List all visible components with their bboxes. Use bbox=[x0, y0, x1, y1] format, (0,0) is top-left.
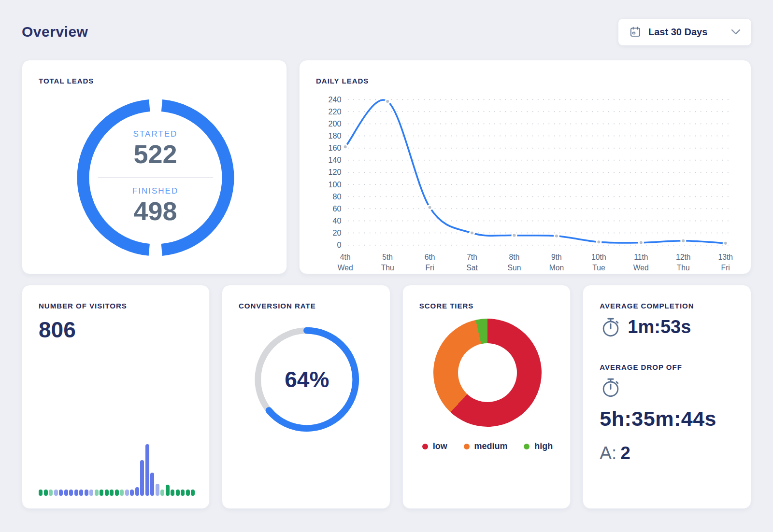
visitor-bar bbox=[54, 490, 58, 496]
avg-completion-row: 1m:53s bbox=[600, 316, 736, 338]
svg-text:40: 40 bbox=[333, 216, 342, 225]
visitors-bar-chart bbox=[39, 442, 195, 496]
avg-dropoff-icon-row bbox=[600, 376, 736, 400]
visitor-bar bbox=[125, 490, 129, 496]
conversion-card: CONVERSION RATE 64% bbox=[222, 285, 390, 509]
visitor-bar bbox=[39, 490, 43, 496]
total-leads-card: TOTAL LEADS STARTED 522 FINISHED 498 bbox=[22, 60, 287, 274]
visitor-bar bbox=[160, 490, 164, 496]
score-tiers-card: SCORE TIERS low medium high bbox=[402, 285, 571, 509]
calendar-icon bbox=[629, 26, 642, 38]
svg-text:10th: 10th bbox=[591, 253, 606, 261]
visitor-bar bbox=[44, 490, 48, 496]
svg-text:120: 120 bbox=[329, 168, 342, 176]
conversion-value: 64% bbox=[285, 366, 329, 392]
visitor-bar bbox=[156, 484, 159, 496]
visitor-bar bbox=[79, 490, 83, 496]
daily-leads-card: DAILY LEADS 0204060801001201401601802002… bbox=[299, 60, 751, 274]
legend-dot bbox=[422, 444, 428, 449]
svg-text:Sat: Sat bbox=[466, 264, 478, 272]
svg-text:13th: 13th bbox=[718, 253, 732, 261]
conversion-title: CONVERSION RATE bbox=[239, 302, 375, 310]
visitor-bar bbox=[115, 490, 119, 496]
legend-label: low bbox=[433, 441, 447, 451]
a-metric-label: A: bbox=[600, 443, 616, 463]
svg-text:7th: 7th bbox=[467, 253, 477, 261]
svg-text:220: 220 bbox=[329, 107, 342, 116]
svg-text:80: 80 bbox=[333, 192, 342, 201]
svg-text:60: 60 bbox=[333, 204, 342, 213]
svg-text:Tue: Tue bbox=[592, 264, 605, 272]
svg-text:Wed: Wed bbox=[338, 264, 353, 272]
visitor-bar bbox=[120, 490, 124, 496]
total-leads-title: TOTAL LEADS bbox=[39, 77, 272, 85]
svg-text:9th: 9th bbox=[551, 253, 562, 261]
svg-text:240: 240 bbox=[329, 95, 342, 104]
visitor-bar bbox=[100, 490, 103, 496]
svg-text:12th: 12th bbox=[676, 253, 690, 261]
svg-text:140: 140 bbox=[329, 155, 342, 164]
chevron-down-icon bbox=[731, 29, 741, 35]
donut-hole bbox=[458, 343, 517, 402]
svg-text:180: 180 bbox=[329, 131, 342, 140]
svg-text:200: 200 bbox=[329, 119, 342, 128]
total-leads-ring-chart: STARTED 522 FINISHED 498 bbox=[69, 91, 243, 265]
date-range-dropdown[interactable]: Last 30 Days bbox=[618, 19, 751, 45]
finished-label: FINISHED bbox=[132, 186, 178, 196]
avg-dropoff-value: 5h:35m:44s bbox=[600, 407, 736, 431]
visitor-bar bbox=[89, 490, 93, 496]
avg-completion-value: 1m:53s bbox=[628, 317, 691, 337]
svg-text:4th: 4th bbox=[340, 253, 351, 261]
legend-label: high bbox=[534, 441, 553, 451]
visitor-bar bbox=[105, 490, 109, 496]
score-tiers-legend: low medium high bbox=[419, 441, 556, 451]
svg-text:5th: 5th bbox=[382, 253, 393, 261]
finished-value: 498 bbox=[133, 196, 177, 226]
averages-card: AVERAGE COMPLETION 1m:53s AVERAGE DROP O… bbox=[583, 285, 751, 509]
stopwatch-icon bbox=[600, 376, 622, 398]
a-metric: A:2 bbox=[600, 443, 736, 463]
daily-leads-title: DAILY LEADS bbox=[316, 77, 736, 85]
visitors-card: NUMBER OF VISITORS 806 bbox=[22, 285, 210, 509]
svg-text:Sun: Sun bbox=[508, 264, 521, 272]
score-tiers-donut-chart bbox=[433, 319, 542, 427]
visitor-bar bbox=[140, 460, 144, 496]
visitor-bar bbox=[49, 490, 53, 496]
visitor-bar bbox=[95, 490, 99, 496]
center-divider bbox=[98, 177, 213, 178]
conversion-center: 64% bbox=[250, 322, 364, 436]
svg-text:160: 160 bbox=[329, 143, 342, 152]
started-value: 522 bbox=[133, 139, 177, 169]
visitors-title: NUMBER OF VISITORS bbox=[39, 302, 195, 310]
visitor-bar bbox=[130, 490, 134, 496]
visitor-bar bbox=[186, 490, 190, 496]
visitor-bar bbox=[135, 487, 139, 496]
started-label: STARTED bbox=[133, 129, 178, 139]
date-range-label: Last 30 Days bbox=[648, 27, 724, 38]
visitor-bar bbox=[171, 490, 174, 496]
visitor-bar bbox=[145, 444, 149, 496]
svg-text:Thu: Thu bbox=[381, 264, 394, 272]
avg-completion-title: AVERAGE COMPLETION bbox=[600, 302, 736, 310]
svg-text:20: 20 bbox=[333, 228, 342, 237]
visitor-bar bbox=[150, 473, 154, 496]
stopwatch-icon bbox=[600, 316, 622, 338]
visitor-bar bbox=[59, 490, 63, 496]
svg-text:100: 100 bbox=[329, 180, 342, 189]
a-metric-value: 2 bbox=[620, 443, 630, 463]
svg-text:0: 0 bbox=[337, 240, 342, 249]
legend-label: medium bbox=[474, 441, 508, 451]
page-title: Overview bbox=[22, 24, 88, 40]
svg-text:Mon: Mon bbox=[549, 264, 564, 272]
legend-item-medium: medium bbox=[464, 441, 508, 451]
daily-leads-line-chart: 0204060801001201401601802002202404thWed5… bbox=[316, 92, 736, 275]
visitor-bar bbox=[69, 490, 73, 496]
score-tiers-title: SCORE TIERS bbox=[419, 302, 556, 310]
svg-text:Fri: Fri bbox=[721, 264, 730, 272]
svg-text:6th: 6th bbox=[425, 253, 435, 261]
svg-text:8th: 8th bbox=[509, 253, 520, 261]
visitor-bar bbox=[176, 490, 180, 496]
visitor-bar bbox=[110, 490, 114, 496]
visitor-bar bbox=[181, 490, 185, 496]
visitors-value: 806 bbox=[39, 317, 195, 343]
